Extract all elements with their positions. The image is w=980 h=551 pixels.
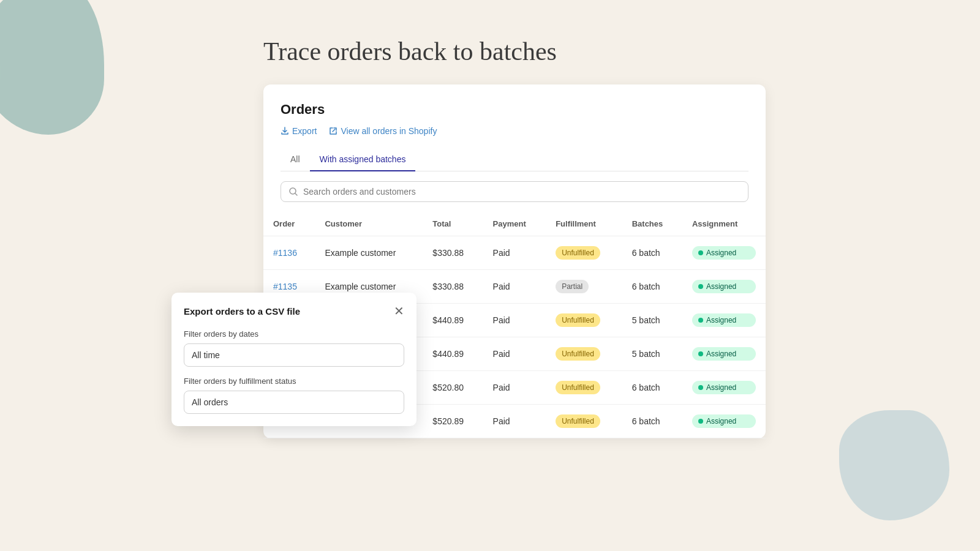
batches-cell: 5 batch: [622, 337, 682, 371]
col-order: Order: [263, 212, 315, 236]
col-batches: Batches: [622, 212, 682, 236]
assigned-dot-icon: [698, 318, 703, 323]
batches-cell: 6 batch: [622, 236, 682, 270]
export-icon: [281, 127, 289, 135]
page-title: Trace orders back to batches: [263, 37, 980, 66]
fulfillment-badge: Unfulfilled: [556, 246, 600, 260]
search-box[interactable]: [281, 181, 748, 202]
assignment-badge: Assigned: [692, 347, 756, 361]
payment-cell: Paid: [483, 236, 546, 270]
table-header-row: Order Customer Total Payment Fulfillment…: [263, 212, 766, 236]
export-modal-close-button[interactable]: ✕: [394, 305, 404, 317]
orders-title: Orders: [281, 102, 748, 118]
tabs-row: All With assigned batches: [281, 148, 748, 171]
col-payment: Payment: [483, 212, 546, 236]
assignment-badge: Assigned: [692, 381, 756, 394]
payment-cell: Paid: [483, 371, 546, 405]
payment-cell: Paid: [483, 304, 546, 337]
search-icon: [288, 187, 298, 197]
total-cell: $520.80: [423, 371, 483, 405]
assignment-badge: Assigned: [692, 280, 756, 293]
search-input[interactable]: [303, 187, 741, 197]
col-total: Total: [423, 212, 483, 236]
batches-cell: 5 batch: [622, 304, 682, 337]
date-filter-select[interactable]: All timeTodayLast 7 daysLast 30 daysCust…: [184, 343, 404, 367]
batches-cell: 6 batch: [622, 405, 682, 438]
assigned-dot-icon: [698, 250, 703, 255]
fulfillment-filter-select[interactable]: All ordersUnfulfilledPartialFulfilled: [184, 391, 404, 414]
assignment-badge: Assigned: [692, 313, 756, 327]
total-cell: $440.89: [423, 337, 483, 371]
payment-cell: Paid: [483, 270, 546, 304]
export-modal-container: Export orders to a CSV file ✕ Filter ord…: [172, 293, 417, 426]
table-row[interactable]: #1136Example customer$330.88PaidUnfulfil…: [263, 236, 766, 270]
order-link[interactable]: #1135: [273, 282, 297, 291]
export-modal-title: Export orders to a CSV file: [184, 306, 300, 317]
tab-all[interactable]: All: [281, 148, 310, 171]
fulfillment-badge: Unfulfilled: [556, 414, 600, 428]
assigned-dot-icon: [698, 351, 703, 356]
total-cell: $330.88: [423, 270, 483, 304]
assigned-dot-icon: [698, 419, 703, 424]
order-link[interactable]: #1136: [273, 248, 297, 258]
payment-cell: Paid: [483, 337, 546, 371]
tab-with-batches[interactable]: With assigned batches: [310, 148, 416, 171]
fulfillment-badge: Unfulfilled: [556, 347, 600, 361]
batches-cell: 6 batch: [622, 371, 682, 405]
batches-cell: 6 batch: [622, 270, 682, 304]
fulfillment-filter-label: Filter orders by fulfillment status: [184, 377, 404, 386]
external-link-icon: [329, 127, 337, 135]
total-cell: $520.89: [423, 405, 483, 438]
fulfillment-badge: Unfulfilled: [556, 381, 600, 394]
customer-cell: Example customer: [315, 236, 423, 270]
fulfillment-badge: Unfulfilled: [556, 313, 600, 327]
col-customer: Customer: [315, 212, 423, 236]
fulfillment-badge: Partial: [556, 280, 589, 293]
total-cell: $440.89: [423, 304, 483, 337]
assigned-dot-icon: [698, 385, 703, 390]
date-filter-label: Filter orders by dates: [184, 329, 404, 339]
col-assignment: Assignment: [682, 212, 766, 236]
total-cell: $330.88: [423, 236, 483, 270]
export-modal: Export orders to a CSV file ✕ Filter ord…: [172, 293, 417, 426]
col-fulfillment: Fulfillment: [546, 212, 622, 236]
payment-cell: Paid: [483, 405, 546, 438]
assigned-dot-icon: [698, 284, 703, 289]
export-link[interactable]: Export: [281, 126, 317, 136]
assignment-badge: Assigned: [692, 246, 756, 260]
assignment-badge: Assigned: [692, 414, 756, 428]
view-shopify-link[interactable]: View all orders in Shopify: [329, 126, 437, 136]
